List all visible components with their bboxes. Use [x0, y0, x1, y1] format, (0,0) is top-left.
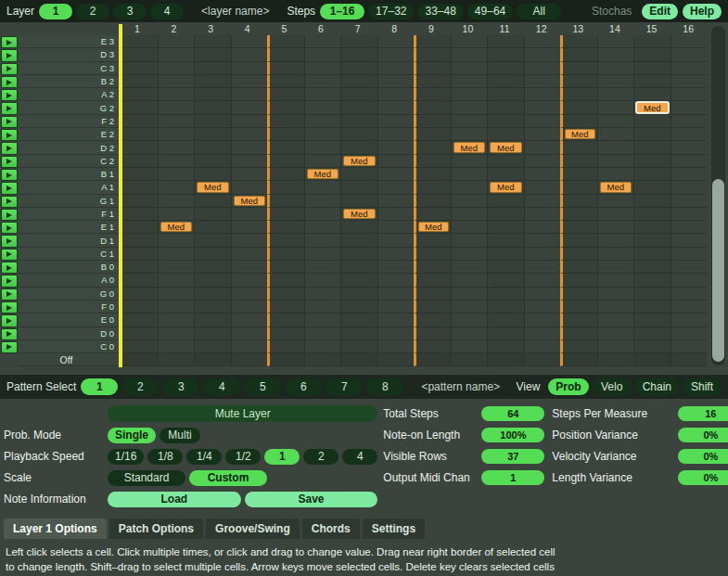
- prob-mode-button-single[interactable]: Single: [108, 428, 156, 443]
- grid-cell[interactable]: [414, 62, 451, 75]
- off-grid-cell[interactable]: [524, 353, 561, 366]
- grid-cell[interactable]: [414, 301, 451, 314]
- grid-cell[interactable]: [340, 248, 377, 261]
- grid-cell[interactable]: [231, 340, 268, 353]
- grid-cell[interactable]: [414, 155, 451, 168]
- grid-cell[interactable]: [597, 128, 634, 141]
- grid-cell[interactable]: [671, 88, 708, 101]
- grid-cell[interactable]: [158, 35, 195, 48]
- grid-cell[interactable]: [451, 62, 488, 75]
- grid-cell[interactable]: [267, 234, 304, 247]
- active-note-cell[interactable]: Med: [160, 222, 193, 232]
- grid-cell[interactable]: [671, 314, 708, 326]
- grid-cell[interactable]: [267, 248, 304, 261]
- grid-cell[interactable]: [633, 155, 671, 168]
- grid-cell[interactable]: [194, 195, 231, 208]
- grid-cell[interactable]: [671, 274, 708, 287]
- grid-cell[interactable]: [487, 314, 524, 326]
- row-play-button[interactable]: [1, 288, 18, 301]
- view-button-velo[interactable]: Velo: [593, 378, 632, 395]
- grid-cell[interactable]: [194, 75, 231, 88]
- grid-cell[interactable]: [671, 155, 708, 168]
- grid-cell[interactable]: [121, 340, 158, 353]
- view-button-shift[interactable]: Shift: [683, 378, 722, 395]
- grid-cell[interactable]: [304, 301, 341, 314]
- grid-cell[interactable]: [267, 195, 304, 208]
- grid-cell[interactable]: [451, 314, 488, 326]
- grid-cell[interactable]: [377, 62, 415, 75]
- grid-cell[interactable]: [158, 248, 195, 261]
- grid-cell[interactable]: [194, 101, 231, 114]
- grid-cell[interactable]: [671, 340, 708, 353]
- grid-cell[interactable]: [671, 261, 708, 274]
- grid-cell[interactable]: [560, 248, 597, 261]
- grid-cell[interactable]: [231, 261, 268, 274]
- grid-cell[interactable]: [194, 301, 231, 314]
- pattern-name-field[interactable]: <pattern name>: [421, 380, 500, 393]
- grid-cell[interactable]: [340, 62, 377, 75]
- off-grid-cell[interactable]: [671, 353, 708, 366]
- grid-cell[interactable]: [451, 288, 488, 301]
- grid-cell[interactable]: [451, 168, 488, 181]
- grid-cell[interactable]: [231, 35, 268, 48]
- grid-cell[interactable]: [267, 274, 304, 287]
- field-value-output-midi-chan[interactable]: 1: [481, 470, 544, 485]
- active-note-cell[interactable]: Med: [490, 182, 522, 192]
- grid-cell[interactable]: [633, 274, 671, 287]
- grid-cell[interactable]: [121, 128, 158, 141]
- grid-cell[interactable]: [377, 327, 415, 340]
- tab-layer-1-options[interactable]: Layer 1 Options: [4, 518, 107, 539]
- active-note-cell[interactable]: Med: [234, 196, 266, 206]
- grid-cell[interactable]: [414, 115, 451, 128]
- grid-cell[interactable]: [633, 48, 671, 61]
- grid-cell[interactable]: [267, 314, 304, 326]
- edit-button[interactable]: Edit: [642, 4, 678, 19]
- grid-cell[interactable]: [194, 35, 231, 48]
- off-grid-cell[interactable]: [267, 353, 304, 366]
- grid-cell[interactable]: [377, 48, 415, 61]
- grid-cell[interactable]: [597, 288, 634, 301]
- grid-cell[interactable]: [304, 327, 341, 340]
- grid-cell[interactable]: Med: [158, 221, 195, 234]
- grid-cell[interactable]: [414, 288, 451, 301]
- grid-cell[interactable]: [194, 314, 231, 326]
- grid-cell[interactable]: [267, 88, 304, 101]
- scale-button-standard[interactable]: Standard: [108, 470, 185, 486]
- grid-cell[interactable]: Med: [597, 181, 634, 194]
- mute-layer-button[interactable]: Mute Layer: [108, 405, 377, 422]
- speed-button-2[interactable]: 2: [303, 449, 338, 465]
- grid-cell[interactable]: [377, 195, 415, 208]
- off-grid-cell[interactable]: [121, 353, 158, 366]
- grid-cell[interactable]: [194, 141, 231, 154]
- grid-cell[interactable]: [121, 314, 158, 326]
- grid-cell[interactable]: Med: [231, 195, 268, 208]
- grid-cell[interactable]: [377, 248, 415, 261]
- off-grid-cell[interactable]: [633, 353, 671, 366]
- grid-cell[interactable]: [377, 221, 415, 234]
- grid-cell[interactable]: [633, 75, 671, 88]
- grid-cell[interactable]: [414, 168, 451, 181]
- grid-cell[interactable]: [158, 314, 195, 326]
- grid-cell[interactable]: [597, 48, 634, 61]
- pattern-button-7[interactable]: 7: [326, 378, 363, 395]
- grid-cell[interactable]: [121, 327, 158, 340]
- grid-cell[interactable]: [451, 101, 488, 114]
- grid-cell[interactable]: [451, 261, 488, 274]
- grid-cell[interactable]: [121, 208, 158, 221]
- grid-cell[interactable]: [414, 48, 451, 61]
- grid-cell[interactable]: [597, 234, 634, 247]
- grid-cell[interactable]: [560, 62, 597, 75]
- grid-cell[interactable]: [524, 88, 561, 101]
- grid-cell[interactable]: [158, 301, 195, 314]
- field-value-length-variance[interactable]: 0%: [678, 470, 728, 485]
- grid-cell[interactable]: [121, 195, 158, 208]
- grid-cell[interactable]: [560, 88, 597, 101]
- field-value-position-variance[interactable]: 0%: [678, 428, 728, 442]
- grid-cell[interactable]: [633, 340, 671, 353]
- grid-cell[interactable]: [340, 141, 377, 154]
- view-button-prob[interactable]: Prob: [548, 378, 588, 395]
- grid-cell[interactable]: [414, 88, 451, 101]
- view-button-chain[interactable]: Chain: [635, 378, 679, 395]
- grid-cell[interactable]: [121, 35, 158, 48]
- grid-cell[interactable]: [524, 155, 561, 168]
